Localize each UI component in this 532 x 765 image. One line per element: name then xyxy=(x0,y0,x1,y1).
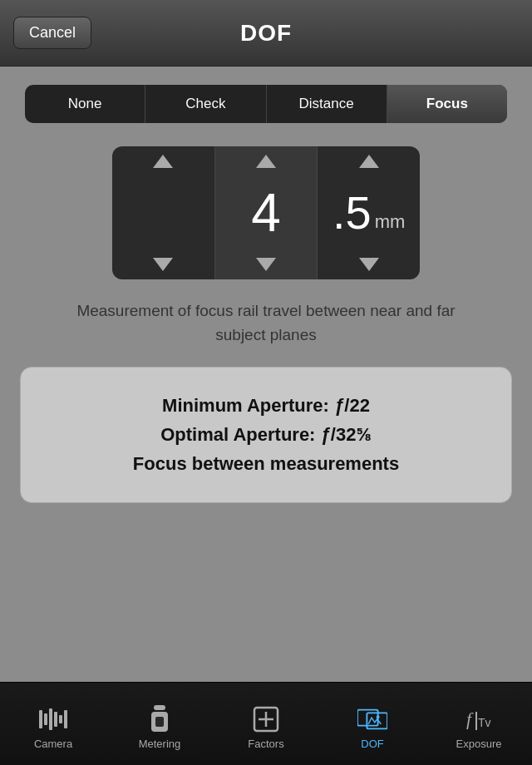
picker-col2-down[interactable] xyxy=(256,258,276,271)
tab-metering-label: Metering xyxy=(139,738,181,750)
svg-rect-8 xyxy=(155,717,164,727)
segment-control-wrap: None Check Distance Focus xyxy=(25,85,507,123)
header: Cancel DOF xyxy=(0,0,532,67)
picker-unit: mm xyxy=(375,213,406,231)
svg-rect-6 xyxy=(154,705,165,710)
picker-col3-down[interactable] xyxy=(359,258,379,271)
svg-text:f: f xyxy=(466,708,474,729)
svg-rect-4 xyxy=(59,715,62,723)
result-box: Minimum Aperture: ƒ/22 Optimal Aperture:… xyxy=(20,367,512,503)
tab-metering[interactable]: Metering xyxy=(106,683,213,765)
result-line3: Focus between measurements xyxy=(41,449,491,478)
picker-col2-up[interactable] xyxy=(256,155,276,168)
svg-rect-3 xyxy=(54,712,57,727)
picker-col2-value: 4 xyxy=(251,186,281,239)
tab-exposure-label: Exposure xyxy=(456,738,502,750)
picker-col1-down[interactable] xyxy=(153,258,173,271)
picker-col3-up[interactable] xyxy=(359,155,379,168)
tab-factors[interactable]: Factors xyxy=(213,683,319,765)
exposure-icon: f Tv xyxy=(464,704,494,734)
page-title: DOF xyxy=(240,20,292,47)
svg-rect-5 xyxy=(64,710,67,728)
seg-check[interactable]: Check xyxy=(145,85,266,123)
tab-camera[interactable]: Camera xyxy=(0,683,106,765)
picker-col-2: 4 xyxy=(215,146,318,279)
metering-icon xyxy=(145,704,175,734)
tab-dof[interactable]: DOF xyxy=(319,683,426,765)
seg-none[interactable]: None xyxy=(25,85,145,123)
svg-rect-1 xyxy=(44,713,47,725)
picker-col3-value: .5 xyxy=(332,190,372,236)
tab-exposure[interactable]: f Tv Exposure xyxy=(426,683,532,765)
result-line1: Minimum Aperture: ƒ/22 xyxy=(41,391,491,420)
svg-rect-0 xyxy=(39,710,42,728)
picker: 4 .5 mm xyxy=(112,146,420,279)
segment-control: None Check Distance Focus xyxy=(25,85,507,123)
svg-point-14 xyxy=(377,715,380,718)
description-text: Measurement of focus rail travel between… xyxy=(50,299,482,347)
svg-text:Tv: Tv xyxy=(478,716,491,729)
svg-rect-2 xyxy=(49,708,52,730)
seg-focus[interactable]: Focus xyxy=(387,85,507,123)
seg-distance[interactable]: Distance xyxy=(267,85,387,123)
result-line2: Optimal Aperture: ƒ/32⅝ xyxy=(41,420,491,449)
dof-icon xyxy=(357,704,387,734)
tab-dof-label: DOF xyxy=(361,738,383,750)
picker-col-3: .5 mm xyxy=(318,146,420,279)
tab-bar: Camera Metering Factors xyxy=(0,682,532,765)
tab-factors-label: Factors xyxy=(248,738,283,750)
picker-col3-value-wrap: .5 mm xyxy=(332,190,405,236)
cancel-button[interactable]: Cancel xyxy=(13,17,91,49)
factors-icon xyxy=(251,704,281,734)
picker-wrap: 4 .5 mm xyxy=(0,146,532,279)
picker-col1-up[interactable] xyxy=(153,155,173,168)
picker-col-1 xyxy=(112,146,215,279)
camera-icon xyxy=(38,704,68,734)
tab-camera-label: Camera xyxy=(34,738,72,750)
